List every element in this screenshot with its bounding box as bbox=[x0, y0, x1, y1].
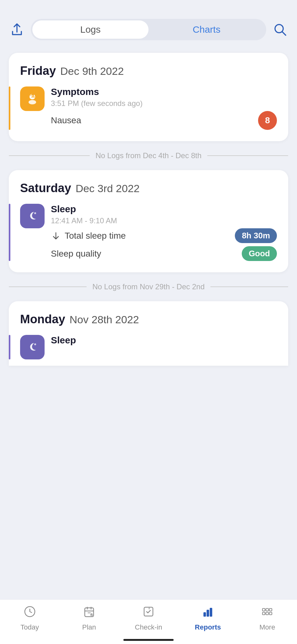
checkin-icon bbox=[142, 605, 155, 621]
content-area: Friday Dec 9th 2022 ⚗ Symptoms 3:51 PM (… bbox=[0, 47, 297, 422]
friday-day-name: Friday bbox=[20, 64, 56, 78]
sleep-entry-saturday[interactable]: Sleep 12:41 AM - 9:10 AM Total sleep tim… bbox=[20, 204, 277, 261]
sleep-details-monday: Sleep bbox=[51, 335, 277, 347]
symptoms-accent bbox=[9, 86, 10, 130]
sleep-title-saturday: Sleep bbox=[51, 204, 277, 214]
home-indicator bbox=[123, 639, 174, 641]
tab-group: Logs Charts bbox=[31, 19, 266, 40]
svg-point-4 bbox=[34, 212, 36, 214]
monday-header: Monday Nov 28th 2022 bbox=[20, 313, 277, 326]
friday-day-date: Dec 9th 2022 bbox=[60, 65, 124, 77]
sleep-log-icon bbox=[20, 204, 45, 228]
sleep-time-saturday: 12:41 AM - 9:10 AM bbox=[51, 216, 277, 225]
reports-icon bbox=[202, 605, 214, 621]
symptoms-title: Symptoms bbox=[51, 86, 277, 97]
nav-more[interactable]: More bbox=[251, 605, 283, 631]
no-logs-separator-2: No Logs from Nov 29th - Dec 2nd bbox=[9, 282, 288, 291]
separator-left-2 bbox=[9, 286, 87, 287]
svg-point-8 bbox=[90, 613, 93, 616]
top-bar: Logs Charts bbox=[0, 0, 297, 47]
svg-rect-14 bbox=[266, 608, 268, 611]
saturday-day-name: Saturday bbox=[20, 181, 71, 195]
sleep-details-saturday: Sleep 12:41 AM - 9:10 AM Total sleep tim… bbox=[51, 204, 277, 261]
arrow-down-icon bbox=[51, 231, 61, 241]
sleep-quality-badge: Good bbox=[242, 246, 277, 261]
plan-label: Plan bbox=[82, 623, 96, 631]
nausea-badge: 8 bbox=[258, 111, 277, 130]
friday-header: Friday Dec 9th 2022 bbox=[20, 64, 277, 78]
today-label: Today bbox=[20, 623, 39, 631]
sleep-entry-monday[interactable]: Sleep bbox=[20, 335, 277, 359]
total-sleep-label: Total sleep time bbox=[65, 231, 126, 241]
sleep-accent bbox=[9, 204, 10, 261]
search-button[interactable] bbox=[272, 21, 288, 38]
nav-checkin[interactable]: Check-in bbox=[133, 605, 164, 631]
no-logs-separator-1: No Logs from Dec 4th - Dec 8th bbox=[9, 151, 288, 160]
reports-label: Reports bbox=[195, 623, 221, 631]
nav-reports[interactable]: Reports bbox=[192, 605, 224, 631]
symptoms-nausea-row: Nausea 8 bbox=[51, 111, 277, 130]
sleep-quality-label: Sleep quality bbox=[51, 249, 101, 259]
symptoms-details: Symptoms 3:51 PM (few seconds ago) Nause… bbox=[51, 86, 277, 130]
tab-logs[interactable]: Logs bbox=[32, 20, 148, 39]
svg-point-5 bbox=[34, 343, 36, 345]
no-logs-text-2: No Logs from Nov 29th - Dec 2nd bbox=[92, 282, 205, 291]
saturday-day-date: Dec 3rd 2022 bbox=[76, 182, 140, 195]
tab-charts[interactable]: Charts bbox=[148, 20, 265, 39]
separator-right-2 bbox=[210, 286, 288, 287]
nav-today[interactable]: Today bbox=[14, 605, 46, 631]
monday-sleep-log-icon bbox=[20, 335, 45, 359]
more-label: More bbox=[259, 623, 275, 631]
total-sleep-badge: 8h 30m bbox=[235, 228, 277, 243]
symptoms-log-icon: ⚗ bbox=[20, 86, 45, 111]
svg-point-2 bbox=[29, 100, 36, 104]
monday-sleep-accent bbox=[9, 335, 10, 359]
svg-rect-13 bbox=[262, 608, 265, 611]
total-sleep-row: Total sleep time 8h 30m bbox=[51, 228, 277, 243]
svg-rect-16 bbox=[262, 612, 265, 615]
svg-rect-9 bbox=[144, 607, 153, 616]
monday-day-date: Nov 28th 2022 bbox=[70, 314, 139, 326]
sleep-label-with-arrow: Total sleep time bbox=[51, 231, 126, 241]
svg-rect-17 bbox=[266, 612, 268, 615]
bottom-nav: Today Plan Check-in bbox=[0, 599, 297, 644]
monday-card: Monday Nov 28th 2022 Sleep bbox=[9, 301, 288, 366]
nav-plan[interactable]: Plan bbox=[73, 605, 105, 631]
today-icon bbox=[24, 605, 36, 621]
checkin-label: Check-in bbox=[135, 623, 162, 631]
separator-right-1 bbox=[207, 155, 288, 156]
symptoms-time: 3:51 PM (few seconds ago) bbox=[51, 99, 277, 108]
svg-rect-12 bbox=[210, 608, 212, 617]
plan-icon bbox=[83, 605, 95, 621]
sleep-quality-row: Sleep quality Good bbox=[51, 246, 277, 261]
more-icon bbox=[261, 605, 273, 621]
separator-left-1 bbox=[9, 155, 90, 156]
svg-rect-11 bbox=[207, 610, 209, 617]
no-logs-text-1: No Logs from Dec 4th - Dec 8th bbox=[95, 151, 201, 160]
share-button[interactable] bbox=[9, 21, 25, 38]
saturday-card: Saturday Dec 3rd 2022 Sleep 12:41 AM - 9… bbox=[9, 170, 288, 272]
nausea-label: Nausea bbox=[51, 115, 81, 125]
svg-rect-10 bbox=[203, 612, 206, 617]
friday-card: Friday Dec 9th 2022 ⚗ Symptoms 3:51 PM (… bbox=[9, 53, 288, 141]
svg-rect-15 bbox=[269, 608, 272, 611]
svg-rect-18 bbox=[269, 612, 272, 615]
symptoms-entry[interactable]: ⚗ Symptoms 3:51 PM (few seconds ago) Nau… bbox=[20, 86, 277, 130]
monday-day-name: Monday bbox=[20, 313, 65, 326]
saturday-header: Saturday Dec 3rd 2022 bbox=[20, 181, 277, 195]
svg-text:⚗: ⚗ bbox=[30, 93, 35, 99]
sleep-title-monday: Sleep bbox=[51, 335, 277, 346]
